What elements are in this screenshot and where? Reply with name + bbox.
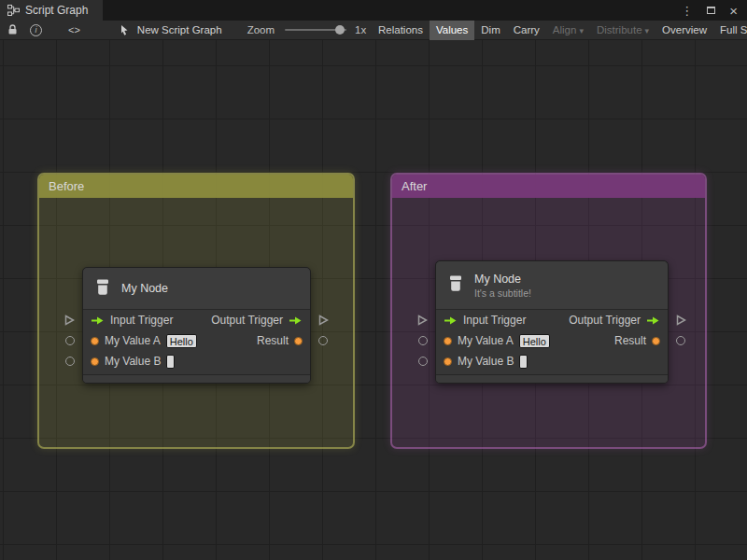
external-value-b-port[interactable] (65, 357, 75, 366)
port-label: Output Trigger (211, 314, 283, 327)
external-result-port[interactable] (318, 336, 328, 345)
code-view-icon[interactable]: <> (68, 24, 80, 35)
toolbar-buttons: Relations Values Dim Carry Align▾ Distri… (372, 21, 747, 40)
external-value-b-port[interactable] (418, 357, 428, 366)
value-port-icon[interactable] (444, 337, 452, 345)
graph-name-breadcrumb[interactable]: New Script Graph (137, 24, 222, 35)
port-row: Input Trigger Output Trigger (436, 310, 668, 330)
output-trigger-port[interactable]: Output Trigger (569, 314, 660, 327)
zoom-slider[interactable] (285, 29, 346, 31)
node-header: My Node (83, 268, 310, 310)
value-port-icon[interactable] (294, 337, 303, 345)
graph-cursor-icon (120, 24, 131, 36)
port-label: Input Trigger (463, 314, 526, 327)
value-port-icon[interactable] (91, 357, 99, 366)
value-a-port[interactable]: My Value A Hello (91, 334, 197, 348)
external-trigger-out-port[interactable] (318, 315, 329, 326)
external-value-a-port[interactable] (65, 336, 75, 345)
node-my-node-after[interactable]: My Node It's a subtitle! Input Trigger O… (435, 260, 669, 384)
node-icon (445, 273, 466, 297)
port-row: Input Trigger Output Trigger (83, 310, 310, 330)
group-after-header[interactable]: After (392, 175, 705, 198)
node-footer (83, 374, 310, 383)
port-label: My Value A (105, 334, 161, 347)
tab-strip: Script Graph ⋮ × (0, 0, 747, 21)
external-result-port[interactable] (676, 336, 685, 345)
lock-icon[interactable] (7, 24, 18, 35)
port-row: My Value A Hello Result (436, 330, 668, 351)
port-label: Result (614, 334, 646, 347)
overview-button[interactable]: Overview (655, 21, 713, 40)
port-label: My Value B (458, 355, 514, 368)
script-graph-icon (7, 5, 20, 16)
trigger-arrow-icon (289, 315, 303, 326)
external-value-a-port[interactable] (418, 336, 428, 345)
value-b-field[interactable] (519, 355, 528, 369)
node-title: My Node (121, 282, 168, 295)
port-row: My Value A Hello Result (83, 330, 310, 351)
distribute-dropdown[interactable]: Distribute▾ (590, 21, 655, 40)
external-trigger-out-port[interactable] (676, 315, 686, 326)
graph-canvas[interactable]: Before After My Node Input Trigger Outp (0, 40, 747, 560)
fullscreen-button[interactable]: Full Screen (713, 21, 747, 40)
tab-script-graph[interactable]: Script Graph (0, 0, 103, 21)
result-port[interactable]: Result (614, 334, 660, 347)
port-label: My Value A (458, 334, 514, 347)
trigger-arrow-icon (444, 315, 458, 326)
value-a-field[interactable]: Hello (166, 334, 197, 348)
distribute-label: Distribute (597, 24, 642, 35)
close-icon[interactable]: × (729, 4, 738, 18)
values-button[interactable]: Values (430, 21, 474, 40)
value-b-port[interactable]: My Value B (91, 355, 175, 369)
trigger-arrow-icon (91, 315, 105, 326)
graph-toolbar: i <> New Script Graph Zoom 1x Relations … (0, 21, 747, 40)
port-label: Input Trigger (110, 314, 173, 327)
align-dropdown[interactable]: Align▾ (546, 21, 590, 40)
external-trigger-in-port[interactable] (64, 315, 75, 326)
port-row: My Value B (83, 351, 310, 371)
output-trigger-port[interactable]: Output Trigger (211, 314, 303, 327)
value-a-field[interactable]: Hello (519, 334, 550, 348)
menu-icon[interactable]: ⋮ (681, 5, 693, 17)
carry-button[interactable]: Carry (507, 21, 546, 40)
port-row: My Value B (436, 351, 668, 371)
maximize-icon[interactable] (707, 7, 715, 14)
window-controls: ⋮ × (681, 0, 747, 21)
relations-button[interactable]: Relations (372, 21, 430, 40)
chevron-down-icon: ▾ (579, 26, 584, 35)
zoom-label: Zoom (247, 24, 275, 35)
value-a-port[interactable]: My Value A Hello (444, 334, 550, 348)
align-label: Align (553, 24, 577, 35)
value-b-port[interactable]: My Value B (444, 355, 528, 369)
dim-button[interactable]: Dim (474, 21, 506, 40)
node-my-node-before[interactable]: My Node Input Trigger Output Trigger My … (82, 267, 311, 384)
group-before-header[interactable]: Before (39, 175, 353, 198)
zoom-value: 1x (355, 24, 366, 35)
value-port-icon[interactable] (91, 337, 99, 345)
node-header: My Node It's a subtitle! (436, 261, 668, 310)
input-trigger-port[interactable]: Input Trigger (444, 314, 526, 327)
chevron-down-icon: ▾ (645, 26, 650, 35)
external-trigger-in-port[interactable] (417, 315, 428, 326)
zoom-slider-knob[interactable] (335, 25, 345, 35)
node-title: My Node (474, 273, 531, 286)
node-subtitle: It's a subtitle! (474, 287, 531, 299)
value-port-icon[interactable] (444, 357, 452, 366)
value-b-field[interactable] (166, 355, 175, 369)
port-label: Output Trigger (569, 314, 641, 327)
info-icon[interactable]: i (30, 24, 42, 36)
result-port[interactable]: Result (257, 334, 303, 347)
node-icon (92, 277, 113, 301)
node-footer (436, 374, 668, 383)
trigger-arrow-icon (646, 315, 660, 326)
input-trigger-port[interactable]: Input Trigger (91, 314, 173, 327)
port-label: My Value B (105, 355, 161, 368)
value-port-icon[interactable] (652, 337, 660, 345)
tab-title: Script Graph (25, 4, 88, 17)
port-label: Result (257, 334, 289, 347)
